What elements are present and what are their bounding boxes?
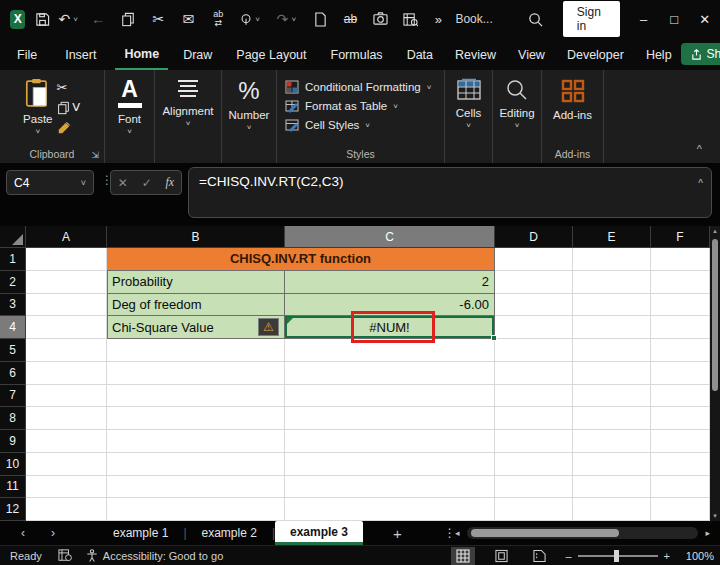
empty-cell[interactable]: [573, 385, 651, 408]
new-file-icon[interactable]: [309, 8, 331, 30]
empty-cell[interactable]: [107, 385, 285, 408]
select-all-button[interactable]: [0, 226, 26, 248]
cell-a1[interactable]: [26, 248, 107, 271]
row-header-4[interactable]: 4: [0, 316, 26, 339]
macro-record-button[interactable]: [58, 549, 72, 562]
empty-cell[interactable]: [573, 430, 651, 453]
cell-b2[interactable]: Probability: [107, 271, 285, 294]
page-break-view-button[interactable]: [527, 547, 551, 565]
replace-icon[interactable]: ab⇄: [207, 8, 229, 30]
horizontal-scroll-thumb[interactable]: [471, 529, 619, 537]
row-header-8[interactable]: 8: [0, 407, 26, 430]
column-header-a[interactable]: A: [26, 226, 107, 248]
column-header-d[interactable]: D: [495, 226, 573, 248]
empty-cell[interactable]: [651, 498, 710, 521]
page-layout-view-button[interactable]: [489, 547, 513, 565]
cell-e4[interactable]: [573, 316, 651, 339]
cell-d4[interactable]: [495, 316, 573, 339]
more-commands-icon[interactable]: »: [427, 8, 449, 30]
zoom-in-icon[interactable]: +: [664, 550, 670, 562]
cancel-entry-icon[interactable]: ✕: [118, 176, 128, 190]
column-header-c[interactable]: C: [285, 226, 495, 248]
cell-e1[interactable]: [573, 248, 651, 271]
sign-in-button[interactable]: Sign in: [563, 1, 621, 37]
empty-cell[interactable]: [285, 453, 495, 476]
row-header-3[interactable]: 3: [0, 294, 26, 317]
empty-cell[interactable]: [651, 362, 710, 385]
share-button[interactable]: Share ˅: [681, 43, 720, 65]
name-box[interactable]: C4 ˅: [6, 170, 94, 195]
zoom-slider-thumb[interactable]: [614, 550, 619, 562]
empty-cell[interactable]: [26, 362, 107, 385]
empty-cell[interactable]: [495, 407, 573, 430]
tab-review[interactable]: Review: [446, 40, 505, 69]
scroll-up-icon[interactable]: ▴: [710, 227, 720, 235]
zoom-out-icon[interactable]: –: [565, 550, 571, 562]
empty-cell[interactable]: [651, 476, 710, 499]
empty-cell[interactable]: [26, 453, 107, 476]
confirm-entry-icon[interactable]: ✓: [142, 176, 152, 190]
tab-file[interactable]: File: [8, 40, 46, 69]
fill-handle[interactable]: [491, 335, 497, 341]
empty-cell[interactable]: [495, 498, 573, 521]
undo-icon[interactable]: ↶: [53, 8, 75, 30]
cell-a2[interactable]: [26, 271, 107, 294]
empty-cell[interactable]: [26, 339, 107, 362]
empty-cell[interactable]: [285, 385, 495, 408]
sheet-tab-example-1[interactable]: example 1: [98, 521, 183, 545]
row-header-12[interactable]: 12: [0, 498, 26, 521]
row-header-11[interactable]: 11: [0, 476, 26, 499]
editing-button[interactable]: Editing ˅: [499, 70, 534, 163]
empty-cell[interactable]: [651, 385, 710, 408]
empty-cell[interactable]: [495, 339, 573, 362]
zoom-slider[interactable]: [578, 555, 658, 557]
empty-cell[interactable]: [107, 362, 285, 385]
cell-f4[interactable]: [651, 316, 710, 339]
empty-cell[interactable]: [26, 476, 107, 499]
tab-data[interactable]: Data: [398, 40, 442, 69]
cell-f3[interactable]: [651, 294, 710, 317]
row-header-5[interactable]: 5: [0, 339, 26, 362]
insert-function-icon[interactable]: fx: [165, 175, 174, 190]
normal-view-button[interactable]: [451, 547, 475, 565]
empty-cell[interactable]: [573, 453, 651, 476]
cell-styles-button[interactable]: Cell Styles ˅: [285, 118, 370, 132]
touch-mode-icon[interactable]: [235, 8, 257, 30]
copy-button[interactable]: ˅: [57, 99, 81, 117]
tab-draw[interactable]: Draw: [174, 40, 221, 69]
empty-cell[interactable]: [107, 430, 285, 453]
cell-f2[interactable]: [651, 271, 710, 294]
empty-cell[interactable]: [26, 385, 107, 408]
copy-icon[interactable]: [117, 8, 139, 30]
empty-cell[interactable]: [26, 407, 107, 430]
table-lookup-icon[interactable]: [399, 8, 421, 30]
empty-cell[interactable]: [495, 362, 573, 385]
cell-c2[interactable]: 2: [285, 271, 495, 294]
number-button[interactable]: % Number ˅: [229, 70, 270, 163]
cell-e2[interactable]: [573, 271, 651, 294]
error-options-button[interactable]: ⚠: [258, 318, 279, 336]
empty-cell[interactable]: [573, 407, 651, 430]
close-button[interactable]: ✕: [689, 4, 720, 34]
empty-cell[interactable]: [573, 498, 651, 521]
empty-cell[interactable]: [651, 339, 710, 362]
empty-cell[interactable]: [285, 407, 495, 430]
cells-button[interactable]: Cells ˅: [456, 70, 482, 163]
sheet-tab-example-3[interactable]: example 3: [275, 521, 363, 545]
sheet-nav-left-icon[interactable]: ‹: [8, 526, 38, 540]
row-header-7[interactable]: 7: [0, 385, 26, 408]
row-header-6[interactable]: 6: [0, 362, 26, 385]
empty-cell[interactable]: [107, 339, 285, 362]
cut-button[interactable]: ✂: [57, 80, 68, 95]
cell-d2[interactable]: [495, 271, 573, 294]
format-painter-button[interactable]: [57, 121, 71, 135]
empty-cell[interactable]: [651, 430, 710, 453]
save-icon[interactable]: [31, 8, 53, 30]
conditional-formatting-button[interactable]: Conditional Formatting ˅: [285, 80, 431, 94]
paste-dropdown-icon[interactable]: ˅: [35, 127, 40, 136]
cell-b4[interactable]: Chi-Square Value ⚠: [107, 316, 285, 339]
hscroll-track[interactable]: [467, 527, 698, 539]
cell-d3[interactable]: [495, 294, 573, 317]
vertical-scroll-thumb[interactable]: [712, 239, 718, 391]
cell-a3[interactable]: [26, 294, 107, 317]
